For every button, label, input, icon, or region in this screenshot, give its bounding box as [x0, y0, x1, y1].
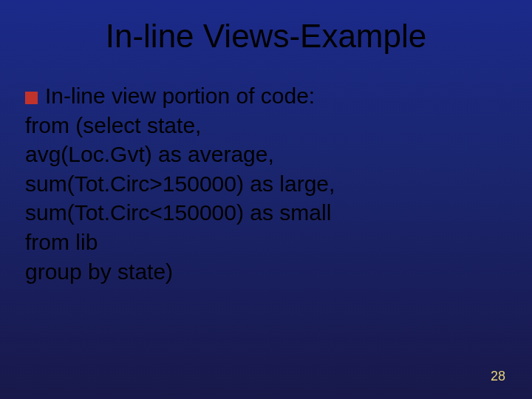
- bullet-icon: [25, 92, 38, 104]
- code-line: sum(Tot.Circ>150000) as large,: [25, 169, 502, 199]
- code-line: avg(Loc.Gvt) as average,: [25, 140, 502, 169]
- code-line: from lib: [25, 228, 502, 257]
- slide-body: In-line view portion of code: from (sele…: [25, 81, 502, 286]
- page-number: 28: [491, 369, 505, 384]
- slide-title: In-line Views-Example: [0, 18, 532, 55]
- bullet-item: In-line view portion of code:: [25, 81, 502, 111]
- code-line: from (select state,: [25, 111, 502, 140]
- bullet-text: In-line view portion of code:: [45, 83, 315, 108]
- code-line: sum(Tot.Circ<150000) as small: [25, 198, 502, 228]
- code-line: group by state): [25, 257, 502, 287]
- slide: In-line Views-Example In-line view porti…: [0, 0, 532, 399]
